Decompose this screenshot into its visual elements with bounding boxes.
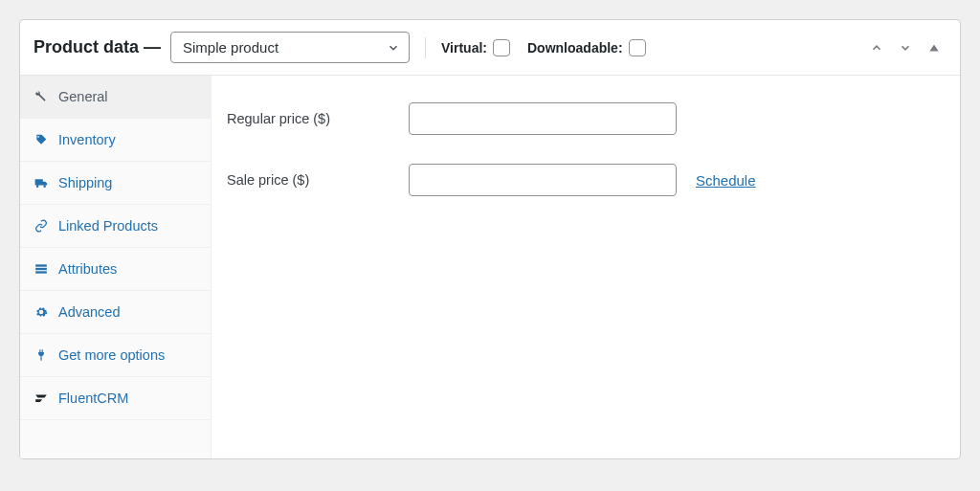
tab-fluentcrm[interactable]: FluentCRM [20,377,211,420]
toggle-panel-icon[interactable] [927,41,941,55]
wrench-icon [33,90,49,103]
tabs-list: General Inventory Shipping Linked Produc… [20,76,212,458]
list-icon [33,262,49,276]
downloadable-label: Downloadable: [527,40,623,56]
svg-rect-3 [35,271,47,273]
downloadable-group: Downloadable: [527,39,646,56]
move-down-icon[interactable] [899,41,912,55]
tab-label: Shipping [58,175,112,190]
virtual-checkbox[interactable] [493,39,510,56]
regular-price-row: Regular price ($) [227,93,945,154]
tab-get-more-options[interactable]: Get more options [20,334,211,377]
schedule-link[interactable]: Schedule [696,172,756,189]
panel-title: Product data — [33,37,161,57]
gear-icon [33,305,49,319]
tab-label: General [58,89,108,104]
tab-label: Attributes [58,261,117,277]
plug-icon [33,348,49,362]
sale-price-row: Sale price ($) Schedule [227,154,945,215]
tab-content-general: Regular price ($) Sale price ($) Schedul… [212,76,960,458]
svg-rect-1 [35,264,47,266]
tab-label: Get more options [58,347,165,363]
link-icon [33,219,49,233]
regular-price-label: Regular price ($) [227,111,390,126]
svg-marker-0 [929,44,938,51]
tab-label: Advanced [58,304,121,320]
header-actions [870,41,947,55]
panel-body: General Inventory Shipping Linked Produc… [20,76,960,458]
tab-shipping[interactable]: Shipping [20,162,211,205]
regular-price-input[interactable] [409,102,677,135]
truck-icon [33,176,49,190]
product-type-select[interactable]: Simple product [170,32,410,63]
tab-inventory[interactable]: Inventory [20,119,211,162]
virtual-group: Virtual: [441,39,510,56]
tab-label: FluentCRM [58,391,128,406]
virtual-label: Virtual: [441,40,487,56]
sale-price-label: Sale price ($) [227,172,390,188]
downloadable-checkbox[interactable] [629,39,646,56]
move-up-icon[interactable] [870,41,883,55]
fluent-icon [33,391,49,405]
product-type-select-wrap: Simple product [170,32,410,63]
tab-general[interactable]: General [20,76,211,119]
tab-label: Linked Products [58,218,158,234]
divider [425,37,426,58]
sale-price-input[interactable] [409,164,677,196]
tab-advanced[interactable]: Advanced [20,291,211,334]
tab-label: Inventory [58,132,116,147]
product-data-panel: Product data — Simple product Virtual: D… [19,19,961,459]
tab-linked-products[interactable]: Linked Products [20,205,211,248]
tag-icon [33,133,49,146]
svg-rect-2 [35,268,47,270]
tab-attributes[interactable]: Attributes [20,248,211,291]
panel-header: Product data — Simple product Virtual: D… [20,20,960,76]
